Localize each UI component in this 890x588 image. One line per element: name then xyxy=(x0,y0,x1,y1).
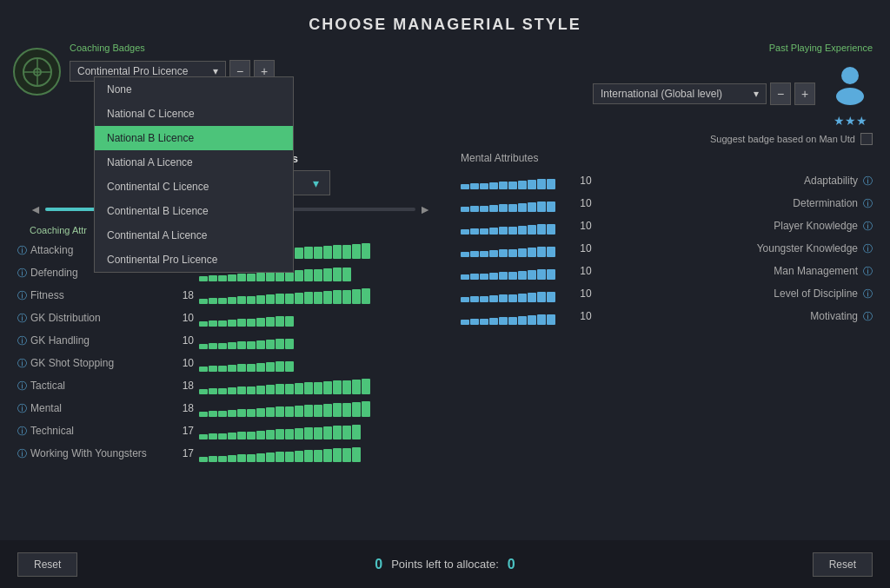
past-playing-plus[interactable]: + xyxy=(794,83,815,105)
dropdown-menu-item[interactable]: Continental C Licence xyxy=(95,175,293,199)
attr-info-icon[interactable]: ⓘ xyxy=(17,334,27,347)
bar-segment xyxy=(314,269,322,281)
bar-segment xyxy=(228,433,236,439)
past-playing-dropdown[interactable]: International (Global level) ▾ xyxy=(593,83,767,104)
bar-segment xyxy=(333,448,342,462)
attr-info-icon[interactable]: ⓘ xyxy=(17,425,27,438)
mental-info-icon[interactable]: ⓘ xyxy=(863,197,873,210)
bar-segment xyxy=(489,250,498,257)
attr-info-icon[interactable]: ⓘ xyxy=(17,312,27,325)
bar-segment xyxy=(256,386,265,394)
reset-button-left[interactable]: Reset xyxy=(17,552,77,577)
bar-segment xyxy=(247,364,256,373)
attr-name-cell: ⓘ GK Shot Stopping xyxy=(17,357,169,370)
bar-segment xyxy=(228,387,236,394)
bar-segment xyxy=(218,433,227,439)
bar-segment xyxy=(342,245,351,260)
mental-attr-row: 10 Determination ⓘ xyxy=(452,192,873,215)
attr-num: 10 xyxy=(169,357,194,369)
bar-segment xyxy=(295,293,303,304)
bar-segment xyxy=(547,179,555,189)
attr-num: 18 xyxy=(169,289,194,301)
bar-segment xyxy=(323,404,332,417)
slider-left-arrow[interactable]: ◄ xyxy=(26,202,45,216)
bar-segment xyxy=(228,274,236,281)
past-playing-minus[interactable]: − xyxy=(770,83,791,105)
mental-attr-row: 10 Man Management ⓘ xyxy=(452,260,873,282)
bar-segment xyxy=(323,449,332,462)
bar-segment xyxy=(470,296,479,302)
attr-name-cell: ⓘ Working With Youngsters xyxy=(17,447,169,460)
dropdown-menu-item[interactable]: National A Licence xyxy=(95,150,293,175)
mental-info-icon[interactable]: ⓘ xyxy=(863,287,873,301)
mental-name: Determination xyxy=(598,197,861,209)
attr-bar-container xyxy=(199,376,443,395)
bar-segment xyxy=(528,270,536,280)
bar-segment xyxy=(247,432,256,440)
coaching-attr-row: ⓘ Tactical 18 xyxy=(17,374,443,397)
bar-segment xyxy=(362,401,370,417)
bar-segment xyxy=(537,314,546,325)
dropdown-menu-item[interactable]: None xyxy=(95,77,293,102)
bar-segment xyxy=(276,452,284,462)
points-value: 0 xyxy=(508,557,515,572)
bar-segment xyxy=(295,383,303,394)
bar-segment xyxy=(247,409,256,418)
bar-segment xyxy=(537,224,546,235)
mental-info-icon[interactable]: ⓘ xyxy=(863,265,873,278)
reset-button-right[interactable]: Reset xyxy=(813,552,873,577)
bar-segment xyxy=(499,294,508,302)
mental-info-icon[interactable]: ⓘ xyxy=(863,242,873,255)
slider-right-arrow[interactable]: ► xyxy=(415,202,435,216)
attr-info-icon[interactable]: ⓘ xyxy=(17,357,27,370)
attr-name-cell: ⓘ Mental xyxy=(17,402,169,415)
bar-segment xyxy=(304,427,313,439)
attr-num: 18 xyxy=(169,402,194,414)
svg-point-5 xyxy=(836,88,864,105)
suggest-row: Suggest badge based on Man Utd xyxy=(710,133,873,145)
suggest-checkbox[interactable] xyxy=(860,133,873,145)
attr-num: 18 xyxy=(169,380,194,392)
bar-segment xyxy=(276,361,284,372)
dropdown-menu-item[interactable]: Continental Pro Licence xyxy=(95,248,293,272)
dropdown-menu-item[interactable]: National B Licence xyxy=(95,126,293,150)
bar-segment xyxy=(218,366,227,372)
bar-segment xyxy=(304,382,313,394)
bar-segment xyxy=(209,320,217,327)
bar-segment xyxy=(362,379,370,394)
svg-point-4 xyxy=(841,67,859,84)
bar-segment xyxy=(237,296,246,304)
bar-segment xyxy=(342,403,351,418)
bar-segment xyxy=(323,268,332,281)
mental-num: 10 xyxy=(574,197,598,209)
bar-segment xyxy=(518,271,527,280)
mental-info-icon[interactable]: ⓘ xyxy=(863,310,873,323)
bar-segment xyxy=(314,247,322,259)
bar-segment xyxy=(256,295,265,304)
bar-segment xyxy=(304,450,313,462)
dropdown-menu-item[interactable]: Continental B Licence xyxy=(95,199,293,223)
attr-info-icon[interactable]: ⓘ xyxy=(17,402,27,415)
attr-info-icon[interactable]: ⓘ xyxy=(17,380,27,393)
bar-segment xyxy=(314,450,322,462)
bar-segment xyxy=(518,316,527,325)
attr-label: Working With Youngsters xyxy=(30,447,147,459)
attr-info-icon[interactable]: ⓘ xyxy=(17,267,27,280)
bar-segment xyxy=(228,320,236,327)
mental-info-icon[interactable]: ⓘ xyxy=(863,175,873,188)
dropdown-menu-item[interactable]: National C Licence xyxy=(95,102,293,126)
bar-segment xyxy=(537,202,546,212)
attr-info-icon[interactable]: ⓘ xyxy=(17,289,27,302)
attr-bar-container xyxy=(199,353,443,373)
bar-segment xyxy=(218,456,227,462)
coaching-attr-row: ⓘ GK Shot Stopping 10 xyxy=(17,352,443,374)
mental-info-icon[interactable]: ⓘ xyxy=(863,220,873,233)
bar-segment xyxy=(547,224,555,235)
attr-info-icon[interactable]: ⓘ xyxy=(17,244,27,257)
attr-info-icon[interactable]: ⓘ xyxy=(17,447,27,460)
dropdown-menu-item[interactable]: Continental A Licence xyxy=(95,223,293,248)
bar-segment xyxy=(518,294,527,302)
attr-bar-container xyxy=(199,286,443,305)
bar-segment xyxy=(228,455,236,462)
coaching-attr-row: ⓘ GK Distribution 10 xyxy=(17,307,443,329)
